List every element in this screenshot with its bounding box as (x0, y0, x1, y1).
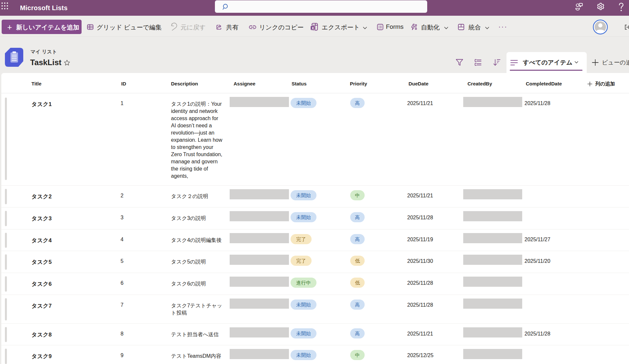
svg-text:X: X (312, 26, 314, 30)
